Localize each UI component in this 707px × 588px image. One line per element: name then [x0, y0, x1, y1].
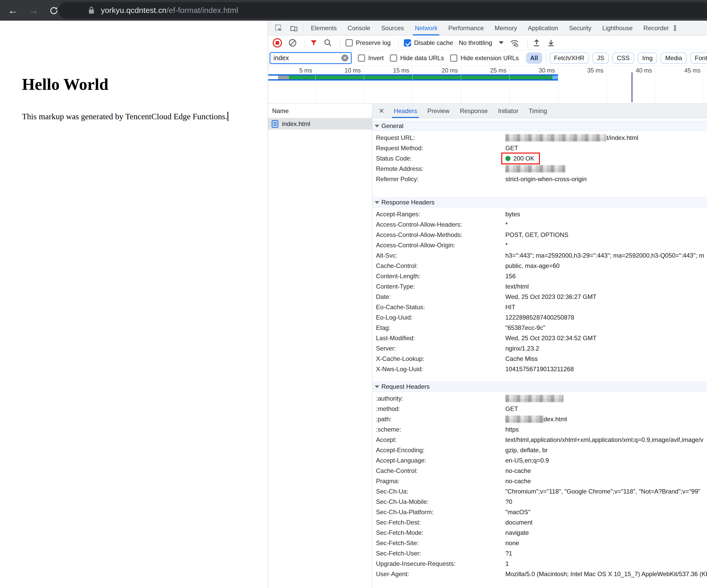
- redacted-value: [505, 416, 543, 423]
- header-key: Remote Address:: [376, 165, 505, 172]
- url-path: /ef-format/index.html: [167, 6, 238, 14]
- disable-cache-box[interactable]: [404, 39, 411, 46]
- network-overview[interactable]: 5 ms10 ms15 ms20 ms25 ms30 ms35 ms40 ms4…: [268, 66, 707, 104]
- header-key: Accept-Ranges:: [376, 211, 505, 218]
- header-key: X-Nws-Log-Uuid:: [376, 366, 505, 373]
- hide-extension-urls-checkbox[interactable]: Hide extension URLs: [450, 55, 518, 62]
- filter-pill-font[interactable]: Font: [690, 53, 707, 64]
- import-har-icon[interactable]: [532, 38, 541, 47]
- reload-icon[interactable]: [49, 6, 58, 15]
- lock-icon[interactable]: [88, 6, 95, 14]
- throttling-select[interactable]: No throttling: [459, 39, 503, 46]
- timeline-tick-label: 10 ms: [330, 67, 361, 74]
- hide-data-urls-box[interactable]: [390, 55, 397, 62]
- back-icon[interactable]: ←: [8, 5, 18, 15]
- url-host: yorkyu.qcdntest.cn: [101, 6, 167, 14]
- header-value: text/html: [505, 283, 529, 290]
- preserve-log-box[interactable]: [345, 39, 353, 46]
- search-icon[interactable]: [324, 38, 332, 47]
- clear-icon[interactable]: [288, 38, 297, 47]
- header-row-x-cache-lookup: X-Cache-Lookup:Cache Miss: [372, 354, 707, 364]
- header-value: gzip, deflate, br: [505, 447, 548, 454]
- header-row-x-nws-log-uuid: X-Nws-Log-Uuid:10415756719013211268: [372, 364, 707, 374]
- section-rows-request-headers: :authority::method:GET:path:dex.html:sch…: [372, 392, 707, 581]
- preserve-log-checkbox[interactable]: Preserve log: [345, 39, 391, 46]
- network-conditions-icon[interactable]: [509, 38, 519, 47]
- header-value: ?1: [505, 550, 512, 557]
- header-value: none: [505, 540, 519, 547]
- disable-cache-checkbox[interactable]: Disable cache: [404, 39, 453, 46]
- header-key: Accept:: [376, 436, 505, 444]
- timeline-tick-label: 35 ms: [572, 67, 603, 74]
- forward-icon[interactable]: →: [28, 5, 39, 15]
- hide-extension-urls-label: Hide extension URLs: [461, 55, 518, 62]
- filter-pill-js[interactable]: JS: [592, 53, 609, 64]
- filter-pill-media[interactable]: Media: [661, 53, 686, 64]
- detail-tab-headers[interactable]: Headers: [389, 104, 423, 118]
- url-text: yorkyu.qcdntest.cn/ef-format/index.html: [101, 6, 238, 15]
- header-key: :path:: [376, 416, 505, 423]
- flask-icon: [672, 25, 678, 32]
- url-bar[interactable]: yorkyu.qcdntest.cn/ef-format/index.html: [58, 2, 707, 19]
- close-icon[interactable]: ✕: [378, 107, 384, 115]
- detail-tab-preview[interactable]: Preview: [422, 104, 454, 118]
- detail-tab-initiator[interactable]: Initiator: [493, 104, 524, 118]
- device-toolbar-icon[interactable]: [286, 24, 301, 32]
- devtools-tab-memory[interactable]: Memory: [489, 21, 523, 35]
- header-value: nginx/1.23.2: [505, 345, 539, 352]
- hide-extension-urls-box[interactable]: [450, 55, 457, 62]
- devtools-tab-elements[interactable]: Elements: [305, 21, 342, 35]
- section-title: Response Headers: [381, 199, 434, 206]
- section-rows-general: Request URL:t/index.htmlRequest Method:G…: [372, 131, 707, 186]
- invert-box[interactable]: [358, 55, 365, 62]
- header-key: Eo-Log-Uuid:: [376, 314, 505, 321]
- detail-tab-response[interactable]: Response: [455, 104, 493, 118]
- devtools-tab-performance[interactable]: Performance: [443, 21, 489, 35]
- devtools-tab-sources[interactable]: Sources: [376, 21, 409, 35]
- header-row-sec-ch-ua: Sec-Ch-Ua:"Chromium";v="118", "Google Ch…: [372, 486, 707, 497]
- network-main: Name index.html ✕ HeadersPreviewResponse…: [268, 104, 707, 588]
- devtools-tab-network[interactable]: Network: [409, 21, 443, 35]
- devtools-tab-lighthouse[interactable]: Lighthouse: [597, 21, 638, 35]
- header-row-path: :path:dex.html: [372, 414, 707, 424]
- header-row-user-agent: User-Agent:Mozilla/5.0 (Macintosh; Intel…: [372, 569, 707, 579]
- filter-pill-img[interactable]: Img: [638, 53, 657, 64]
- devtools-tab-recorder[interactable]: Recorder: [638, 21, 684, 35]
- filter-pill-fetch-xhr[interactable]: Fetch/XHR: [549, 53, 589, 64]
- header-row-request-url: Request URL:t/index.html: [372, 133, 707, 143]
- detail-tabs: HeadersPreviewResponseInitiatorTiming: [389, 104, 552, 118]
- invert-checkbox[interactable]: Invert: [358, 55, 384, 62]
- inspect-element-icon[interactable]: [272, 24, 286, 32]
- request-row-index-html[interactable]: index.html: [268, 118, 372, 130]
- devtools-tab-application[interactable]: Application: [523, 21, 564, 35]
- section-header-response-headers[interactable]: Response Headers: [372, 197, 707, 208]
- detail-tab-timing[interactable]: Timing: [524, 104, 552, 118]
- request-list-header[interactable]: Name: [268, 104, 372, 118]
- filter-input[interactable]: index ✕: [270, 52, 352, 64]
- overview-segment-stalled: [278, 76, 289, 79]
- devtools-tab-security[interactable]: Security: [564, 21, 597, 35]
- header-key: :scheme:: [376, 426, 505, 433]
- section-header-request-headers[interactable]: Request Headers: [372, 381, 707, 392]
- timeline-gridline: [461, 66, 461, 103]
- filter-pill-all[interactable]: All: [526, 53, 542, 64]
- page-paragraph: This markup was generated by TencentClou…: [22, 111, 228, 121]
- header-key: Cache-Control:: [376, 467, 505, 475]
- export-har-icon[interactable]: [547, 38, 556, 47]
- section-header-general[interactable]: General: [372, 121, 707, 131]
- devtools-tab-console[interactable]: Console: [342, 21, 376, 35]
- record-icon[interactable]: [273, 38, 282, 47]
- text-caret: [228, 112, 228, 121]
- hide-data-urls-checkbox[interactable]: Hide data URLs: [390, 55, 444, 62]
- invert-label: Invert: [368, 55, 384, 62]
- filter-pill-css[interactable]: CSS: [612, 53, 634, 64]
- header-value: h3=":443"; ma=2592000,h3-29=":443"; ma=2…: [505, 252, 704, 259]
- header-row-upgrade-insecure-requests: Upgrade-Insecure-Requests:1: [372, 559, 707, 569]
- overview-segment-tail: [552, 76, 558, 79]
- header-value: 12228985287400250878: [505, 314, 574, 321]
- status-text: 200 OK: [513, 155, 534, 162]
- filter-icon[interactable]: [310, 39, 318, 47]
- clear-filter-icon[interactable]: ✕: [341, 55, 348, 62]
- header-value: 156: [505, 273, 516, 280]
- redacted-value: [505, 134, 607, 141]
